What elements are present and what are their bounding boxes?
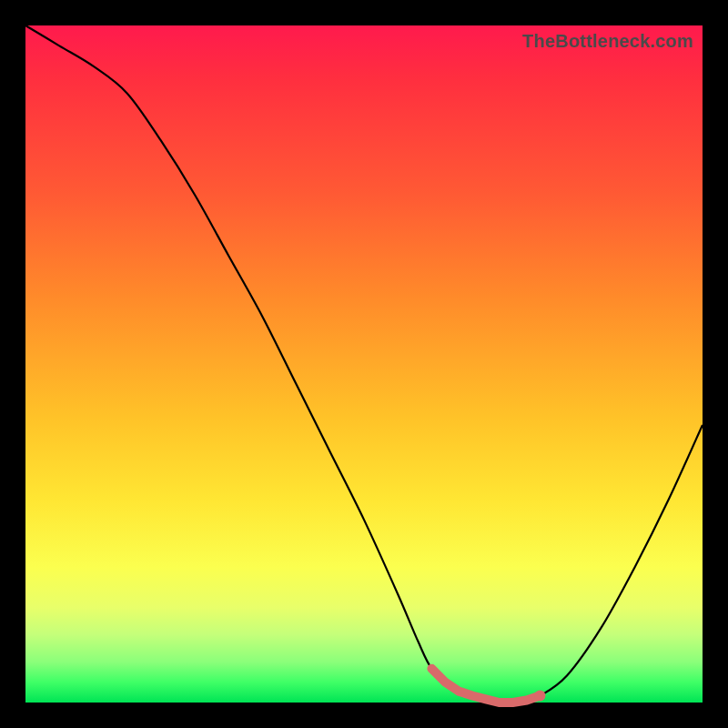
- plot-area: TheBottleneck.com: [25, 25, 703, 703]
- optimal-range-marker: [431, 669, 540, 703]
- optimal-point-marker: [534, 691, 545, 702]
- chart-frame: TheBottleneck.com: [0, 0, 728, 728]
- bottleneck-curve: [25, 25, 703, 703]
- curve-path: [25, 25, 703, 703]
